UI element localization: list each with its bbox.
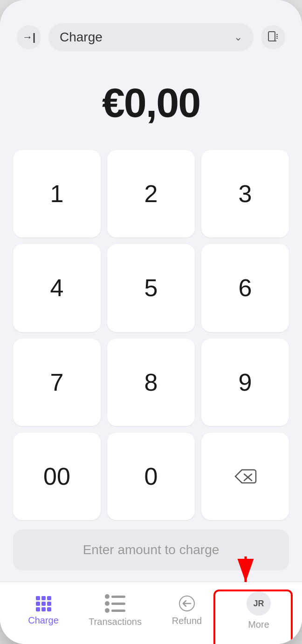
- back-icon: →|: [22, 31, 35, 43]
- backspace-icon: [233, 468, 257, 485]
- keypad: 1 2 3 4 5 6 7 8 9 00 0: [0, 150, 302, 520]
- charge-nav-label: Charge: [28, 615, 59, 626]
- key-9[interactable]: 9: [201, 339, 289, 426]
- keypad-row-1: 1 2 3: [13, 150, 289, 237]
- key-double-zero[interactable]: 00: [13, 433, 101, 520]
- amount-value: €0,00: [102, 79, 200, 127]
- keypad-row-4: 00 0: [13, 433, 289, 520]
- key-backspace[interactable]: [201, 433, 289, 520]
- header: →| Charge ⌄: [0, 0, 302, 61]
- key-1[interactable]: 1: [13, 150, 101, 237]
- mode-dropdown[interactable]: Charge ⌄: [48, 23, 254, 51]
- user-avatar: JR: [247, 591, 271, 616]
- back-button[interactable]: →|: [17, 25, 41, 49]
- charge-button-container: Enter amount to charge: [0, 520, 302, 582]
- key-0[interactable]: 0: [107, 433, 195, 520]
- refund-nav-label: Refund: [172, 616, 202, 626]
- chevron-down-icon: ⌄: [234, 31, 242, 43]
- nav-item-refund[interactable]: Refund: [151, 595, 223, 626]
- key-8[interactable]: 8: [107, 339, 195, 426]
- reader-icon: [267, 31, 280, 44]
- phone-container: →| Charge ⌄ €0,00 1 2 3 4 5: [0, 0, 302, 644]
- nav-item-more[interactable]: JR More: [223, 591, 295, 630]
- charge-icon: [36, 596, 51, 611]
- refund-icon: [178, 595, 195, 612]
- key-4[interactable]: 4: [13, 244, 101, 332]
- more-nav-label: More: [248, 619, 269, 630]
- nav-item-transactions[interactable]: Transactions: [79, 594, 151, 627]
- svg-rect-0: [268, 32, 275, 41]
- transactions-icon: [105, 594, 125, 613]
- charge-action-button[interactable]: Enter amount to charge: [13, 529, 289, 570]
- keypad-row-2: 4 5 6: [13, 244, 289, 332]
- reader-button[interactable]: [261, 25, 285, 49]
- key-6[interactable]: 6: [201, 244, 289, 332]
- dropdown-label: Charge: [60, 30, 103, 45]
- key-3[interactable]: 3: [201, 150, 289, 237]
- key-2[interactable]: 2: [107, 150, 195, 237]
- keypad-row-3: 7 8 9: [13, 339, 289, 426]
- key-5[interactable]: 5: [107, 244, 195, 332]
- key-7[interactable]: 7: [13, 339, 101, 426]
- transactions-nav-label: Transactions: [89, 617, 142, 627]
- bottom-nav: Charge Transactions Refund JR: [0, 582, 302, 644]
- amount-display: €0,00: [0, 61, 302, 150]
- nav-item-charge[interactable]: Charge: [7, 596, 79, 626]
